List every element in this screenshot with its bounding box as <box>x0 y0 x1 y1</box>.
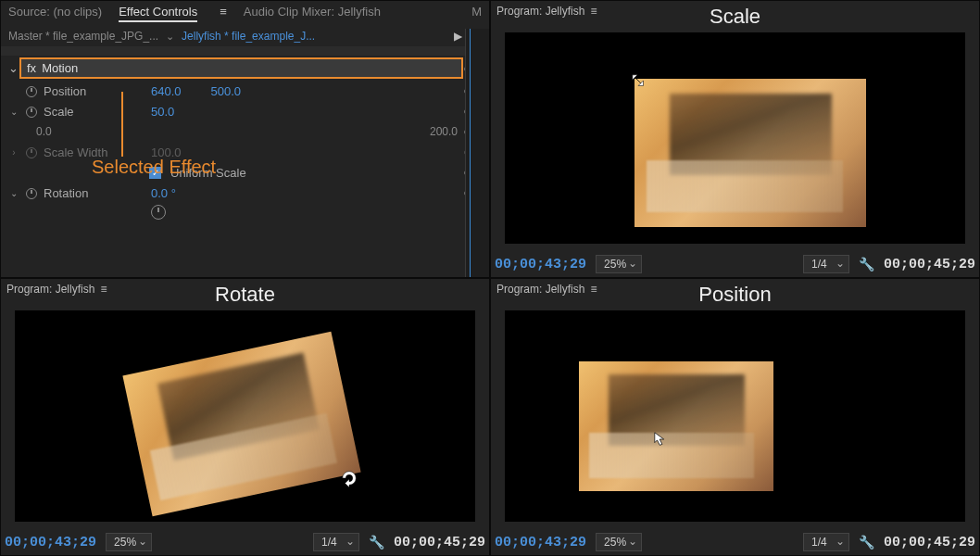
scale-slider[interactable]: 0.0 200.0 <box>36 125 458 138</box>
slider-min: 0.0 <box>36 125 52 138</box>
motion-effect-row: ⌄ fx Motion <box>1 56 489 81</box>
duration-timecode: 00;00;45;29 <box>884 535 975 550</box>
program-panel-scale: Program: Jellyfish ≡ Scale 00;00;43;29 2… <box>490 0 980 278</box>
current-timecode[interactable]: 00;00;43;29 <box>5 535 96 550</box>
duration-timecode: 00;00;45;29 <box>394 535 485 550</box>
program-label: Program: Jellyfish <box>6 283 94 296</box>
clip-preview-image[interactable] <box>122 332 360 516</box>
hamburger-icon[interactable]: ≡ <box>590 5 597 18</box>
effect-controls-panel: Source: (no clips) Effect Controls ≡ Aud… <box>0 0 490 278</box>
program-panel-rotate: Program: Jellyfish ≡ Rotate 00;00;43;29 … <box>0 278 490 556</box>
scale-value[interactable]: 50.0 <box>151 105 174 119</box>
current-timecode[interactable]: 00;00;43;29 <box>495 257 586 272</box>
resolution-dropdown[interactable]: 1/4 <box>803 255 849 273</box>
program-label: Program: Jellyfish <box>496 5 584 18</box>
zoom-dropdown[interactable]: 25% <box>596 255 642 273</box>
scale-slider-row: 0.0 200.0 <box>1 121 489 142</box>
scale-width-row: › Scale Width 100.0 <box>1 142 489 162</box>
program-bottom-bar: 00;00;43;29 25% 1/4 🔧 00;00;45;29 <box>5 533 485 551</box>
chevron-down-icon[interactable]: ⌄ <box>8 61 19 75</box>
program-bottom-bar: 00;00;43;29 25% 1/4 🔧 00;00;45;29 <box>495 533 975 551</box>
zoom-dropdown[interactable]: 25% <box>106 533 152 551</box>
wrench-icon[interactable]: 🔧 <box>859 535 874 550</box>
scale-width-value: 100.0 <box>151 145 182 159</box>
rotation-row: ⌄ Rotation 0.0 ° <box>1 183 489 203</box>
wrench-icon[interactable]: 🔧 <box>859 257 874 272</box>
stopwatch-icon <box>25 145 38 158</box>
tab-audio-mixer[interactable]: Audio Clip Mixer: Jellyfish <box>244 5 381 22</box>
program-viewport[interactable] <box>505 32 965 244</box>
rotate-cursor-icon <box>339 468 359 491</box>
label-m: M <box>471 5 482 22</box>
panel-tabs: Source: (no clips) Effect Controls ≡ Aud… <box>1 1 489 26</box>
position-label: Position <box>44 84 145 98</box>
chevron-right-icon[interactable]: › <box>8 147 19 158</box>
master-clip-label[interactable]: Master * file_example_JPG_... <box>8 30 158 43</box>
program-panel-position: Program: Jellyfish ≡ Position 00;00;43;2… <box>490 278 980 556</box>
scale-row: ⌄ Scale 50.0 <box>1 101 489 121</box>
hamburger-icon[interactable]: ≡ <box>590 283 597 296</box>
move-cursor-icon <box>653 431 670 450</box>
uniform-scale-row: Uniform Scale <box>1 162 489 183</box>
resolution-dropdown[interactable]: 1/4 <box>803 533 849 551</box>
program-viewport[interactable] <box>15 310 475 522</box>
clip-preview-image[interactable] <box>579 361 773 491</box>
duration-timecode: 00;00;45;29 <box>884 257 975 272</box>
program-bottom-bar: 00;00;43;29 25% 1/4 🔧 00;00;45;29 <box>495 255 975 273</box>
clip-selector-row: Master * file_example_JPG_... ⌄ Jellyfis… <box>1 26 489 46</box>
wrench-icon[interactable]: 🔧 <box>369 535 384 550</box>
chevron-down-icon[interactable]: ⌄ <box>8 188 19 198</box>
position-row: Position 640.0 500.0 <box>1 81 489 101</box>
position-y-value[interactable]: 500.0 <box>211 84 242 98</box>
fx-icon: fx <box>27 61 36 75</box>
chevron-down-icon[interactable]: ⌄ <box>8 107 19 117</box>
motion-effect-header[interactable]: fx Motion <box>19 57 463 79</box>
position-x-value[interactable]: 640.0 <box>151 84 182 98</box>
anchor-point-icon[interactable] <box>149 203 168 221</box>
panel-title-rotate: Rotate <box>215 283 275 307</box>
chevron-down-icon[interactable]: ⌄ <box>166 31 174 43</box>
play-icon[interactable]: ▶ <box>454 30 462 43</box>
clip-preview-image[interactable] <box>634 79 866 227</box>
scale-width-label: Scale Width <box>44 145 145 159</box>
scale-label: Scale <box>44 105 145 119</box>
stopwatch-icon[interactable] <box>25 105 38 118</box>
program-label: Program: Jellyfish <box>496 283 584 296</box>
slider-max: 200.0 <box>430 125 458 138</box>
stopwatch-icon[interactable] <box>25 186 38 199</box>
current-timecode[interactable]: 00;00;43;29 <box>495 535 586 550</box>
program-viewport[interactable] <box>505 310 965 522</box>
hamburger-icon[interactable]: ≡ <box>220 5 227 22</box>
hamburger-icon[interactable]: ≡ <box>100 283 107 296</box>
playhead-line[interactable] <box>470 29 471 277</box>
panel-title-scale: Scale <box>710 5 760 29</box>
keyframe-ruler[interactable] <box>465 29 489 277</box>
zoom-dropdown[interactable]: 25% <box>596 533 642 551</box>
panel-title-position: Position <box>698 283 771 307</box>
sequence-clip-label[interactable]: Jellyfish * file_example_J... <box>182 30 315 43</box>
stopwatch-icon[interactable] <box>25 84 38 97</box>
tab-source[interactable]: Source: (no clips) <box>8 5 102 22</box>
scale-cursor-icon <box>631 73 647 90</box>
rotation-label: Rotation <box>44 186 145 200</box>
rotation-value[interactable]: 0.0 ° <box>151 186 176 200</box>
mini-timeline[interactable] <box>1 46 485 56</box>
resolution-dropdown[interactable]: 1/4 <box>313 533 359 551</box>
tab-effect-controls[interactable]: Effect Controls <box>119 5 197 22</box>
motion-label: Motion <box>42 61 78 75</box>
